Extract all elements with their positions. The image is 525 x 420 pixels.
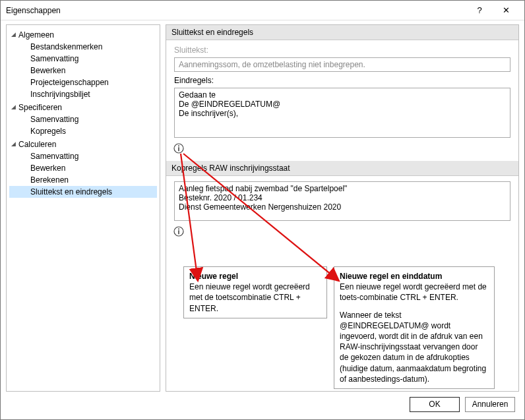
section-header-sluittekst: Sluittekst en eindregels xyxy=(166,25,518,40)
tree-item[interactable]: Inschrijvingsbiljet xyxy=(9,88,157,100)
tree-item[interactable]: Bewerken xyxy=(9,162,157,174)
sluittekst-label: Sluittekst: xyxy=(174,45,510,55)
dialog-body: ◢AlgemeenBestandskenmerkenSamenvattingBe… xyxy=(1,20,524,393)
eindregels-textarea[interactable] xyxy=(174,88,510,138)
titlebar: Eigenschappen ? ✕ xyxy=(1,1,524,20)
svg-point-1 xyxy=(178,145,179,146)
tree-group-label: Specificeren xyxy=(18,103,62,112)
tip2-p2: Wanneer de tekst @EINDREGELDATUM@ wordt … xyxy=(340,310,489,384)
tree-group-label: Algemeen xyxy=(18,30,54,40)
tree-item[interactable]: Kopregels xyxy=(9,125,157,137)
caret-down-icon: ◢ xyxy=(11,32,16,37)
svg-point-4 xyxy=(178,228,179,229)
nav-tree[interactable]: ◢AlgemeenBestandskenmerkenSamenvattingBe… xyxy=(6,24,160,392)
tree-item[interactable]: Samenvatting xyxy=(9,53,157,65)
tip1-title: Nieuwe regel xyxy=(189,271,321,282)
dialog-buttons: OK Annuleren xyxy=(1,393,524,419)
tree-group-header[interactable]: ◢Algemeen xyxy=(9,29,157,41)
tree-group-header[interactable]: ◢Specificeren xyxy=(9,102,157,113)
tip1-text: Een nieuwe regel wordt gecreëerd met de … xyxy=(189,282,321,314)
tip2-title: Nieuwe regel en einddatum xyxy=(340,271,489,282)
content-pane: Sluittekst en eindregels Sluittekst: Ein… xyxy=(166,24,519,392)
sluittekst-input xyxy=(174,57,510,72)
info-icon[interactable] xyxy=(173,142,185,154)
tip2-p1: Een nieuwe regel wordt gecreëerd met de … xyxy=(340,282,489,303)
tree-item[interactable]: Berekenen xyxy=(9,174,157,186)
help-button[interactable]: ? xyxy=(466,1,493,20)
tree-item[interactable]: Samenvatting xyxy=(9,150,157,162)
tree-item[interactable]: Bewerken xyxy=(9,65,157,76)
cancel-button[interactable]: Annuleren xyxy=(465,397,515,412)
svg-rect-2 xyxy=(178,147,179,151)
section-header-kopregels: Kopregels RAW inschrijvingsstaat xyxy=(166,161,518,176)
tree-item[interactable]: Projecteigenschappen xyxy=(9,76,157,88)
tree-group-header[interactable]: ◢Calculeren xyxy=(9,138,157,150)
caret-down-icon: ◢ xyxy=(11,141,16,146)
tip-nieuwe-regel-einddatum: Nieuwe regel en einddatum Een nieuwe reg… xyxy=(334,266,495,389)
svg-rect-5 xyxy=(178,230,179,234)
tree-group-label: Calculeren xyxy=(18,140,56,149)
tip-nieuwe-regel: Nieuwe regel Een nieuwe regel wordt gecr… xyxy=(183,266,327,318)
properties-dialog: Eigenschappen ? ✕ ◢AlgemeenBestandskenme… xyxy=(0,0,525,420)
ok-button[interactable]: OK xyxy=(410,397,460,412)
close-button[interactable]: ✕ xyxy=(493,1,519,20)
tree-item[interactable]: Bestandskenmerken xyxy=(9,41,157,53)
tree-item[interactable]: Samenvatting xyxy=(9,113,157,125)
caret-down-icon: ◢ xyxy=(11,104,16,109)
kopregels-textarea[interactable] xyxy=(174,181,510,221)
info-icon[interactable] xyxy=(173,225,185,237)
tips-row: Nieuwe regel Een nieuwe regel wordt gecr… xyxy=(183,266,510,389)
tree-item[interactable]: Sluittekst en eindregels xyxy=(9,186,157,198)
eindregels-label: Eindregels: xyxy=(174,76,510,85)
dialog-title: Eigenschappen xyxy=(6,6,466,15)
